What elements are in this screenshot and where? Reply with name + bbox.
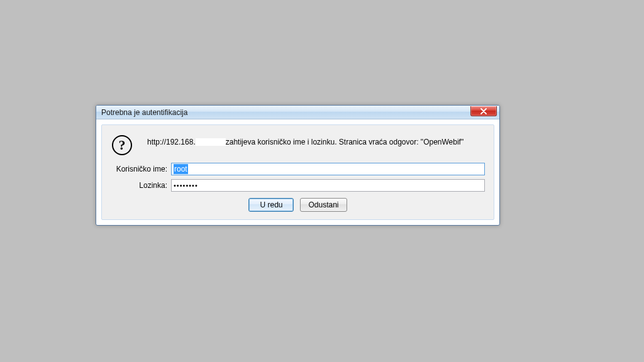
dialog-title: Potrebna je autentifikacija — [101, 106, 499, 119]
auth-dialog: Potrebna je autentifikacija ? http://192… — [96, 105, 500, 226]
dialog-content-wrap: ? http://192.168.zahtijeva korisničko im… — [96, 119, 499, 225]
password-label: Lozinka: — [111, 181, 171, 190]
ip-redacted — [196, 138, 226, 146]
password-row: Lozinka: •••••••• — [111, 179, 485, 192]
password-mask: •••••••• — [174, 182, 198, 189]
username-input[interactable]: root — [171, 163, 485, 175]
username-row: Korisničko ime: root — [111, 163, 485, 175]
question-icon: ? — [112, 135, 132, 155]
dialog-content: ? http://192.168.zahtijeva korisničko im… — [101, 124, 494, 220]
username-label: Korisničko ime: — [111, 165, 171, 173]
close-icon — [480, 108, 487, 114]
ok-label: U redu — [260, 200, 282, 209]
close-button[interactable] — [470, 106, 497, 116]
ok-button[interactable]: U redu — [248, 198, 294, 212]
message-suffix: zahtijeva korisničko ime i lozinku. Stra… — [226, 138, 464, 146]
auth-message: http://192.168.zahtijeva korisničko ime … — [147, 134, 485, 146]
titlebar[interactable]: Potrebna je autentifikacija — [96, 106, 499, 119]
message-prefix: http://192.168. — [147, 138, 196, 146]
cancel-button[interactable]: Odustani — [300, 198, 347, 212]
password-input[interactable]: •••••••• — [171, 179, 485, 192]
message-row: ? http://192.168.zahtijeva korisničko im… — [111, 134, 485, 155]
button-row: U redu Odustani — [111, 198, 485, 212]
cancel-label: Odustani — [308, 200, 338, 209]
username-value: root — [174, 164, 188, 174]
